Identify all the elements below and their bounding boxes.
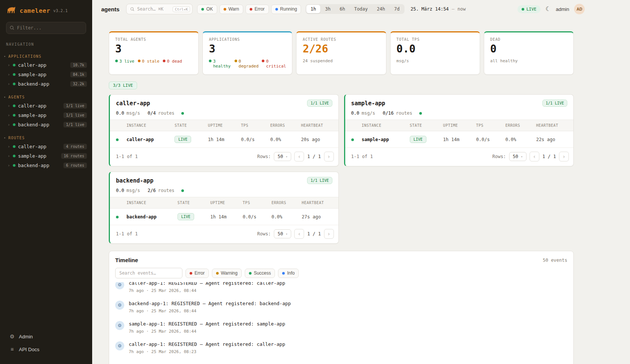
uptime-cell: 1h 14m [204, 131, 237, 148]
instance-status-dot [116, 216, 119, 218]
timeline-search-input[interactable] [115, 268, 182, 278]
running-status-dot [275, 8, 278, 11]
column-header: INSTANCE [123, 197, 174, 209]
timeline-controls: Error Warning Success Info [109, 268, 573, 282]
filter-chip-label: Warning [221, 270, 238, 276]
search-input[interactable] [137, 6, 170, 12]
section-title: ROUTES [8, 136, 25, 140]
event-item[interactable]: ⚙ caller-app-1: REGISTERED — Agent regis… [115, 338, 567, 358]
ok-status-dot [201, 8, 204, 11]
chevron-down-icon: ▾ [521, 155, 523, 158]
next-page-button[interactable]: › [559, 152, 569, 161]
table-header-row: INSTANCE STATE UPTIME TPS ERRORS HEARTBE… [110, 197, 338, 209]
table-header-row: INSTANCE STATE UPTIME TPS ERRORS HEARTBE… [345, 120, 574, 131]
tps-value: 0.0 [351, 111, 360, 116]
time-range-1h[interactable]: 1h [306, 5, 320, 13]
event-item[interactable]: ⚙ backend-app-1: REGISTERED — Agent regi… [115, 297, 567, 317]
theme-toggle-button[interactable]: ☾ [545, 6, 551, 12]
card-subtitle: msg/s [397, 58, 474, 63]
sidebar-item-badge: 84.1k [70, 72, 87, 77]
sidebar-route-backend-app[interactable]: › backend-app 6 routes [0, 161, 92, 170]
sidebar-route-sample-app[interactable]: › sample-app 16 routes [0, 151, 92, 161]
chevron-right-icon: › [8, 72, 10, 77]
filter-input[interactable] [6, 22, 86, 34]
instance-name: caller-app [123, 131, 171, 148]
avatar[interactable]: AD [574, 4, 585, 14]
sidebar-section-agents: AGENTS › caller-app 1/1 live › sample-ap… [0, 93, 92, 129]
app-panel-title: backend-app [116, 177, 153, 184]
filter-chip-error[interactable]: Error [246, 5, 269, 14]
timeline-filter-info[interactable]: Info [278, 269, 299, 278]
event-text: backend-app-1: REGISTERED — Agent regist… [129, 301, 291, 306]
event-text: sample-app-1: REGISTERED — Agent registe… [129, 321, 285, 327]
sidebar-item-label: caller-app [18, 103, 46, 109]
stat-text: 0 degraded [239, 59, 259, 69]
event-list[interactable]: ⚙ caller-app-1: REGISTERED — Agent regis… [109, 282, 573, 364]
rows-label: Rows: [257, 154, 271, 159]
next-page-button[interactable]: › [324, 229, 334, 239]
time-range-24h[interactable]: 24h [373, 5, 389, 13]
timeline-filter-warning[interactable]: Warning [212, 269, 242, 278]
next-page-button[interactable]: › [324, 152, 334, 161]
table-row[interactable]: backend-app LIVE 1h 14m 0.0/s 0.0% 27s a… [110, 209, 338, 225]
rows-per-page-select[interactable]: 50 ▾ [509, 152, 527, 161]
section-dot-icon [4, 56, 5, 57]
stat-text: 0 critical [266, 59, 286, 69]
column-header: TPS [472, 120, 501, 131]
section-header-routes[interactable]: ROUTES [0, 134, 92, 142]
panel-stats: 0.0 msg/s 2/6 routes [110, 188, 338, 197]
filter-chip-label: OK [206, 6, 213, 12]
time-range-6h[interactable]: 6h [335, 5, 349, 13]
sidebar-app-caller-app[interactable]: › caller-app 10.7k [0, 60, 92, 70]
column-header: STATE [171, 120, 204, 131]
timeline-filter-success[interactable]: Success [245, 269, 275, 278]
summary-card-total-agents: TOTAL AGENTS 3 3 live 0 stale 0 dead [109, 31, 199, 75]
prev-page-button[interactable]: ‹ [294, 152, 304, 161]
errors-cell: 0.0% [268, 209, 298, 225]
time-range-today[interactable]: Today [350, 5, 372, 13]
health-dot [181, 189, 184, 192]
sidebar-item-admin[interactable]: ⚙ Admin [0, 330, 92, 343]
event-item[interactable]: ⚙ sample-app-1: REGISTERED — Agent regis… [115, 317, 567, 338]
timeline-filter-error[interactable]: Error [185, 269, 209, 278]
section-header-agents[interactable]: AGENTS [0, 93, 92, 101]
prev-page-button[interactable]: ‹ [294, 229, 304, 239]
rows-per-page-select[interactable]: 50 ▾ [274, 152, 291, 161]
sidebar-app-backend-app[interactable]: › backend-app 32.2k [0, 79, 92, 89]
routes-value: 2/6 [148, 188, 156, 193]
table-row[interactable]: sample-app LIVE 1h 14m 0.0/s 0.0% 22s ag… [345, 131, 574, 148]
sidebar-item-label: backend-app [18, 81, 49, 87]
sidebar-item-api-docs[interactable]: ≡ API Docs [0, 343, 92, 356]
page-indicator: 1 / 1 [307, 231, 321, 237]
heartbeat-cell: 22s ago [532, 131, 573, 148]
table-header-row: INSTANCE STATE UPTIME TPS ERRORS HEARTBE… [110, 120, 338, 131]
sidebar-item-label: backend-app [18, 122, 49, 127]
filter-chip-ok[interactable]: OK [197, 5, 217, 14]
prev-page-button[interactable]: ‹ [530, 152, 539, 161]
sidebar-agent-backend-app[interactable]: › backend-app 1/1 live [0, 120, 92, 129]
rows-per-page-select[interactable]: 50 ▾ [274, 229, 291, 238]
live-status-badge: LIVE [517, 5, 541, 13]
time-range-7d[interactable]: 7d [390, 5, 403, 13]
sidebar-item-label: caller-app [18, 144, 46, 149]
instances-table: INSTANCE STATE UPTIME TPS ERRORS HEARTBE… [345, 120, 574, 148]
sidebar-agent-caller-app[interactable]: › caller-app 1/1 live [0, 101, 92, 111]
time-range-3h[interactable]: 3h [321, 5, 335, 13]
tps-cell: 0.0/s [237, 131, 266, 148]
section-header-applications[interactable]: APPLICATIONS [0, 52, 92, 60]
summary-card-total-tps: TOTAL TPS 0.0 msg/s [390, 31, 480, 75]
sidebar-route-caller-app[interactable]: › caller-app 4 routes [0, 142, 92, 151]
row-range-label: 1-1 of 1 [351, 154, 373, 159]
row-range-label: 1-1 of 1 [116, 154, 138, 159]
sidebar-agent-sample-app[interactable]: › sample-app 1/1 live [0, 111, 92, 120]
status-dot [13, 64, 15, 66]
section-title: APPLICATIONS [8, 54, 42, 58]
filter-chip-running[interactable]: Running [271, 5, 301, 14]
event-item[interactable]: ⚙ caller-app-1: REGISTERED — Agent regis… [115, 282, 567, 297]
filter-chip-label: Success [254, 270, 271, 276]
column-header: ERRORS [268, 197, 298, 209]
table-row[interactable]: caller-app LIVE 1h 14m 0.0/s 0.0% 20s ag… [110, 131, 338, 148]
summary-row: TOTAL AGENTS 3 3 live 0 stale 0 dead APP… [109, 31, 574, 75]
filter-chip-warn[interactable]: Warn [219, 5, 243, 14]
sidebar-app-sample-app[interactable]: › sample-app 84.1k [0, 70, 92, 79]
